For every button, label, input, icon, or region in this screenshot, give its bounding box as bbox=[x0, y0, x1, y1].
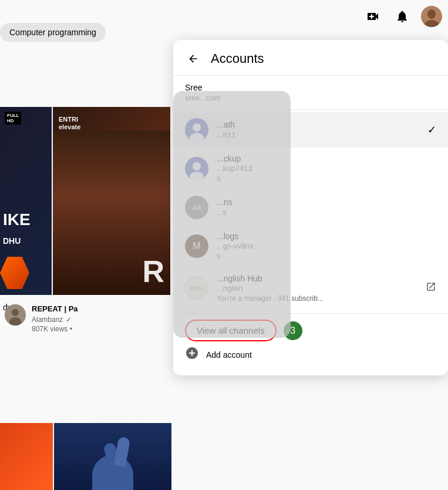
notifications-button[interactable] bbox=[392, 6, 413, 27]
scroll-overlay bbox=[173, 91, 291, 338]
svg-point-4 bbox=[12, 309, 19, 316]
video-meta-area: REPEAT | Pa Alambanz ✓ 807K views • bbox=[0, 300, 170, 338]
add-account-icon bbox=[185, 346, 199, 364]
panel-title: Accounts bbox=[211, 51, 264, 66]
video-card-1[interactable]: FULLHD IKEDHU bbox=[0, 107, 52, 295]
svg-point-1 bbox=[427, 9, 436, 19]
r-letter: R bbox=[142, 254, 164, 289]
anime-hair-bg bbox=[54, 423, 171, 490]
full-hd-badge: FULLHD bbox=[5, 112, 21, 125]
search-chip: Computer programming bbox=[0, 23, 106, 42]
add-account-label: Add account bbox=[206, 350, 252, 360]
entri-elevate-text: ENTRIelevate bbox=[59, 116, 80, 131]
count-value: 3 bbox=[290, 325, 295, 336]
views-text: 807K views • bbox=[32, 325, 78, 333]
video-card-2[interactable]: ENTRIelevate R bbox=[53, 107, 170, 295]
channel-name: Alambanz ✓ bbox=[32, 316, 78, 324]
video-card-3[interactable]: ☀ TV bbox=[0, 423, 53, 490]
add-account-row[interactable]: Add account bbox=[185, 346, 436, 364]
verified-icon: ✓ bbox=[65, 316, 73, 324]
topbar bbox=[362, 6, 442, 27]
channel-thumb bbox=[5, 304, 26, 325]
back-button[interactable] bbox=[185, 51, 201, 67]
external-link-icon[interactable] bbox=[426, 281, 436, 294]
create-video-button[interactable] bbox=[362, 6, 383, 27]
video-card-4[interactable] bbox=[54, 423, 171, 490]
user-avatar[interactable] bbox=[421, 6, 442, 27]
panel-header: Accounts bbox=[173, 40, 448, 76]
active-check-icon: ✓ bbox=[427, 123, 436, 136]
search-chip-label: Computer programming bbox=[9, 28, 96, 37]
video-title: REPEAT | Pa bbox=[32, 304, 78, 314]
partial-text-ke: IKEDHU bbox=[3, 210, 31, 248]
